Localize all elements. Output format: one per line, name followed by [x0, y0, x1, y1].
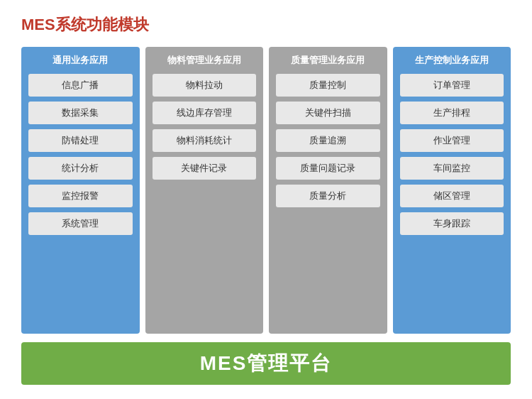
item-btn-quality-2[interactable]: 质量追溯 [276, 129, 380, 152]
item-btn-material-3[interactable]: 关键件记录 [153, 157, 257, 180]
column-production: 生产控制业务应用订单管理生产排程作业管理车间监控储区管理车身跟踪 [393, 47, 511, 334]
item-btn-quality-3[interactable]: 质量问题记录 [276, 157, 380, 180]
item-btn-general-4[interactable]: 监控报警 [28, 185, 133, 207]
item-btn-material-0[interactable]: 物料拉动 [153, 74, 257, 97]
page-title: MES系统功能模块 [21, 14, 511, 35]
item-btn-production-2[interactable]: 作业管理 [400, 129, 504, 152]
column-header-quality: 质量管理业务应用 [276, 54, 380, 67]
item-btn-quality-4[interactable]: 质量分析 [276, 185, 380, 207]
column-quality: 质量管理业务应用质量控制关键件扫描质量追溯质量问题记录质量分析 [269, 47, 387, 334]
columns-wrapper: 通用业务应用信息广播数据采集防错处理统计分析监控报警系统管理物料管理业务应用物料… [21, 47, 511, 334]
item-btn-quality-0[interactable]: 质量控制 [276, 74, 380, 97]
item-btn-general-5[interactable]: 系统管理 [28, 212, 133, 235]
column-header-general: 通用业务应用 [28, 54, 133, 67]
platform-label: MES管理平台 [200, 350, 333, 377]
item-btn-material-1[interactable]: 线边库存管理 [153, 102, 257, 124]
item-btn-production-1[interactable]: 生产排程 [400, 102, 504, 124]
column-material: 物料管理业务应用物料拉动线边库存管理物料消耗统计关键件记录 [145, 47, 264, 334]
item-btn-general-2[interactable]: 防错处理 [28, 129, 133, 152]
item-btn-quality-1[interactable]: 关键件扫描 [276, 102, 380, 124]
column-header-material: 物料管理业务应用 [153, 54, 257, 67]
item-btn-general-0[interactable]: 信息广播 [28, 74, 133, 97]
main-content: 通用业务应用信息广播数据采集防错处理统计分析监控报警系统管理物料管理业务应用物料… [21, 47, 511, 385]
platform-bar: MES管理平台 [21, 342, 511, 385]
item-btn-production-3[interactable]: 车间监控 [400, 157, 504, 180]
item-btn-production-4[interactable]: 储区管理 [400, 185, 504, 207]
item-btn-production-5[interactable]: 车身跟踪 [400, 212, 504, 235]
item-btn-production-0[interactable]: 订单管理 [400, 74, 504, 97]
column-header-production: 生产控制业务应用 [400, 54, 504, 67]
item-btn-general-3[interactable]: 统计分析 [28, 157, 133, 180]
page: MES系统功能模块 通用业务应用信息广播数据采集防错处理统计分析监控报警系统管理… [0, 0, 532, 399]
item-btn-material-2[interactable]: 物料消耗统计 [153, 129, 257, 152]
item-btn-general-1[interactable]: 数据采集 [28, 102, 133, 124]
column-general: 通用业务应用信息广播数据采集防错处理统计分析监控报警系统管理 [21, 47, 140, 334]
